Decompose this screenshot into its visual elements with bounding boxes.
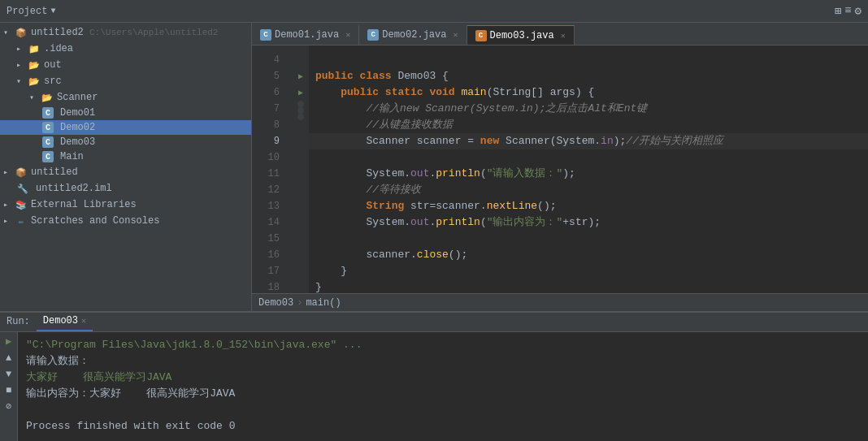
tree-item-src[interactable]: ▾ 📂 src bbox=[0, 73, 251, 89]
tree-label-demo03: Demo03 bbox=[60, 136, 95, 148]
tab-run-demo03[interactable]: Demo03 ✕ bbox=[37, 313, 93, 331]
project-title: Project bbox=[7, 6, 47, 17]
tab-demo03[interactable]: C Demo03.java ✕ bbox=[467, 25, 575, 45]
tree-item-ext-libs[interactable]: ▸ 📚 External Libraries bbox=[0, 197, 251, 213]
line-num-16: 16 bbox=[252, 247, 286, 263]
breadcrumb-main[interactable]: main() bbox=[306, 297, 341, 309]
code-line-10 bbox=[309, 149, 868, 166]
gutter-18 bbox=[293, 250, 309, 266]
lib-icon: 📚 bbox=[15, 198, 28, 211]
chevron-down-icon-scanner: ▾ bbox=[29, 93, 39, 102]
tree-item-untitled2iml[interactable]: 🔧 untitled2.iml bbox=[0, 180, 251, 197]
tab-bar: C Demo01.java ✕ C Demo02.java ✕ C Demo03… bbox=[252, 23, 868, 45]
code-content[interactable]: public class Demo03 { public static void… bbox=[309, 45, 868, 293]
line-num-9: 9 bbox=[252, 133, 286, 149]
tree-label-untitled2: untitled2 C:\Users\Apple\untitled2 bbox=[31, 27, 218, 38]
gutter-5[interactable]: ▶ bbox=[293, 68, 309, 84]
bottom-panel: Run: Demo03 ✕ ▶ ▲ ▼ ■ ⊘ "C:\Program File… bbox=[0, 311, 868, 441]
tree-item-untitled[interactable]: ▸ 📦 untitled bbox=[0, 164, 251, 180]
gutter-14 bbox=[293, 185, 309, 201]
project-dropdown-icon[interactable]: ▼ bbox=[50, 6, 55, 15]
clear-button[interactable]: ⊘ bbox=[2, 400, 15, 413]
tree-label-idea: .idea bbox=[44, 43, 73, 54]
line-num-13: 13 bbox=[252, 198, 286, 214]
chevron-right-icon-scratch: ▸ bbox=[3, 216, 13, 226]
layout-icon[interactable]: ⊞ bbox=[835, 4, 841, 18]
tree-label-untitled2iml: untitled2.iml bbox=[36, 183, 112, 194]
tab-label-demo03: Demo03.java bbox=[490, 30, 554, 41]
gutter-10 bbox=[293, 120, 309, 136]
tab-close-demo03[interactable]: ✕ bbox=[561, 31, 566, 41]
equalizer-icon[interactable]: ≡ bbox=[844, 4, 851, 18]
gutter-6[interactable]: ▶ bbox=[293, 84, 309, 101]
folder-scanner-icon: 📂 bbox=[41, 91, 54, 104]
java-tab-icon-demo03: C bbox=[475, 30, 487, 41]
tab-close-demo02[interactable]: ✕ bbox=[453, 30, 458, 40]
run-label: Run: bbox=[7, 316, 30, 327]
gutter-15 bbox=[293, 201, 309, 218]
line-num-17: 17 bbox=[252, 263, 286, 279]
tree-item-untitled2[interactable]: ▾ 📦 untitled2 C:\Users\Apple\untitled2 bbox=[0, 24, 251, 41]
tree-label-scratches: Scratches and Consoles bbox=[31, 215, 159, 227]
scroll-up-button[interactable]: ▲ bbox=[2, 352, 15, 365]
output-line-2: 请输入数据： bbox=[26, 353, 860, 370]
tree-item-idea[interactable]: ▸ 📁 .idea bbox=[0, 41, 251, 57]
code-line-18: } bbox=[309, 279, 868, 293]
tree-item-scanner[interactable]: ▾ 📂 Scanner bbox=[0, 89, 251, 106]
tree-item-demo01[interactable]: C Demo01 bbox=[0, 106, 251, 120]
gutter-13 bbox=[293, 169, 309, 185]
gutter-4 bbox=[293, 52, 309, 68]
tab-demo02[interactable]: C Demo02.java ✕ bbox=[359, 25, 467, 45]
tree-item-out[interactable]: ▸ 📂 out bbox=[0, 57, 251, 73]
code-line-14: System.out.println("输出内容为："+str); bbox=[309, 214, 868, 231]
run-tab-demo03-label: Demo03 bbox=[43, 315, 78, 326]
line-num-6: 6 bbox=[252, 84, 286, 101]
code-line-4 bbox=[309, 52, 868, 68]
line-num-8: 8 bbox=[252, 117, 286, 133]
module-icon: 📦 bbox=[15, 26, 28, 39]
java-icon-demo03: C bbox=[42, 136, 54, 148]
scroll-down-button[interactable]: ▼ bbox=[2, 368, 15, 381]
tree-label-ext-libs: External Libraries bbox=[31, 199, 137, 210]
tree-label-scanner: Scanner bbox=[57, 92, 98, 103]
tree-label-demo01: Demo01 bbox=[60, 107, 95, 119]
tree-item-demo02[interactable]: C Demo02 bbox=[0, 120, 251, 135]
run-play-button[interactable]: ▶ bbox=[2, 335, 15, 348]
code-line-7: //输入new Scanner(System.in);之后点击Alt和Ent键 bbox=[309, 101, 868, 117]
bottom-tab-close[interactable]: ✕ bbox=[81, 316, 86, 326]
gutter-11 bbox=[293, 136, 309, 153]
code-line-8: //从键盘接收数据 bbox=[309, 117, 868, 133]
tab-close-demo01[interactable]: ✕ bbox=[345, 30, 350, 40]
gutter-19 bbox=[293, 266, 309, 283]
gutter-17 bbox=[293, 234, 309, 250]
chevron-right-icon-out: ▸ bbox=[16, 60, 26, 70]
gear-icon[interactable]: ⚙ bbox=[855, 4, 861, 18]
folder-icon: 📁 bbox=[28, 42, 41, 55]
stop-button[interactable]: ■ bbox=[2, 384, 15, 397]
header-icons: ⊞ ≡ ⚙ bbox=[835, 4, 861, 18]
tree-label-demo02: Demo02 bbox=[60, 122, 95, 133]
tree-item-demo03[interactable]: C Demo03 bbox=[0, 135, 251, 149]
code-line-15 bbox=[309, 231, 868, 247]
line-num-14: 14 bbox=[252, 214, 286, 231]
chevron-down-icon-src: ▾ bbox=[16, 76, 26, 86]
tree-label-src: src bbox=[44, 76, 62, 87]
code-line-5: public class Demo03 { bbox=[309, 68, 868, 84]
tree-label-main: Main bbox=[60, 151, 84, 162]
code-line-12: //等待接收 bbox=[309, 182, 868, 198]
bottom-left-buttons: ▶ ▲ ▼ ■ ⊘ bbox=[0, 332, 18, 441]
line-numbers: 4 5 6 7 8 9 10 11 12 13 14 15 16 17 18 1… bbox=[252, 45, 293, 293]
gutter-8 bbox=[297, 107, 304, 114]
code-editor: 4 5 6 7 8 9 10 11 12 13 14 15 16 17 18 1… bbox=[252, 45, 868, 293]
code-line-11: System.out.println("请输入数据："); bbox=[309, 166, 868, 182]
bottom-tabs: Run: Demo03 ✕ bbox=[0, 313, 868, 332]
tree-item-scratches[interactable]: ▸ ✏️ Scratches and Consoles bbox=[0, 213, 251, 229]
scratch-icon: ✏️ bbox=[15, 214, 28, 227]
tree-item-main[interactable]: C Main bbox=[0, 149, 251, 164]
code-line-9: Scanner scanner = new Scanner(System.in)… bbox=[309, 133, 868, 149]
tab-demo01[interactable]: C Demo01.java ✕ bbox=[252, 25, 359, 45]
chevron-right-icon-libs: ▸ bbox=[3, 200, 13, 210]
breadcrumb-demo03[interactable]: Demo03 bbox=[258, 297, 293, 309]
gutter-16 bbox=[293, 218, 309, 234]
chevron-right-icon-untitled: ▸ bbox=[3, 167, 13, 177]
